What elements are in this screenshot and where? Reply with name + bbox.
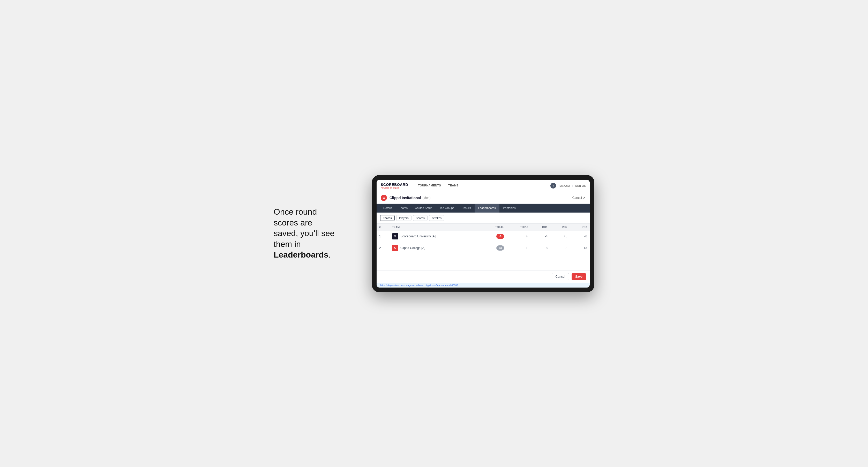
- col-rank: #: [377, 224, 390, 231]
- logo-sub: Powered by clippd: [381, 187, 408, 189]
- user-name: Test User: [558, 184, 570, 187]
- status-url: https://stage-blue-coach.stagesscoreboar…: [380, 284, 458, 286]
- rd2-2: -8: [550, 242, 570, 254]
- sub-nav: Details Teams Course Setup Tee Groups Re…: [377, 204, 590, 213]
- thru-2: F: [507, 242, 530, 254]
- col-thru: THRU: [507, 224, 530, 231]
- leaderboard-table: # TEAM TOTAL THRU RD1 RD2 RD3 1: [377, 224, 590, 254]
- col-total: TOTAL: [480, 224, 507, 231]
- team-2: C Clippd College [A]: [390, 242, 480, 254]
- tablet-device: SCOREBOARD Powered by clippd TOURNAMENTS…: [372, 175, 594, 292]
- team-1: S Scoreboard University [A]: [390, 231, 480, 242]
- user-avatar: S: [550, 183, 556, 188]
- team-logo-1: S: [392, 233, 398, 240]
- tournament-header: C Clippd Invitational (Men) Cancel ✕: [377, 192, 590, 204]
- leaderboard-table-container: # TEAM TOTAL THRU RD1 RD2 RD3 1: [377, 224, 590, 270]
- col-rd1: RD1: [530, 224, 550, 231]
- save-button[interactable]: Save: [571, 273, 586, 280]
- rank-2: 2: [377, 242, 390, 254]
- table-row: 1 S Scoreboard University [A] -5 F: [377, 231, 590, 242]
- tab-leaderboards[interactable]: Leaderboards: [475, 204, 499, 213]
- rank-1: 1: [377, 231, 390, 242]
- tab-teams[interactable]: Teams: [396, 204, 411, 213]
- tournament-icon: C: [381, 195, 387, 201]
- footer-bar: Cancel Save: [377, 270, 590, 283]
- filter-scores[interactable]: Scores: [413, 215, 428, 221]
- nav-right: S Test User | Sign out: [550, 183, 586, 188]
- rd1-2: +8: [530, 242, 550, 254]
- cancel-button[interactable]: Cancel: [552, 273, 569, 280]
- filter-players[interactable]: Players: [396, 215, 411, 221]
- top-nav: SCOREBOARD Powered by clippd TOURNAMENTS…: [377, 180, 590, 192]
- filter-bar: Teams Players Scores Strokes: [377, 213, 590, 224]
- rd3-1: -6: [570, 231, 590, 242]
- rd1-1: -4: [530, 231, 550, 242]
- filter-strokes[interactable]: Strokes: [429, 215, 444, 221]
- tablet-screen: SCOREBOARD Powered by clippd TOURNAMENTS…: [377, 180, 590, 287]
- tournament-name: Clippd Invitational: [390, 196, 421, 200]
- filter-teams[interactable]: Teams: [380, 215, 395, 221]
- intro-text: Once round scores are saved, you'll see …: [274, 207, 356, 260]
- tab-tee-groups[interactable]: Tee Groups: [436, 204, 458, 213]
- score-badge-1: -5: [496, 234, 504, 239]
- col-team: TEAM: [390, 224, 480, 231]
- cancel-top-button[interactable]: Cancel ✕: [572, 196, 586, 199]
- team-logo-2: C: [392, 245, 398, 251]
- thru-1: F: [507, 231, 530, 242]
- status-bar: https://stage-blue-coach.stagesscoreboar…: [377, 283, 590, 287]
- rd3-2: +3: [570, 242, 590, 254]
- total-2: +3: [480, 242, 507, 254]
- nav-links: TOURNAMENTS TEAMS: [414, 180, 462, 192]
- col-rd2: RD2: [550, 224, 570, 231]
- sign-out-link[interactable]: Sign out: [575, 184, 586, 187]
- tab-results[interactable]: Results: [458, 204, 475, 213]
- score-badge-2: +3: [496, 245, 504, 251]
- logo-text: SCOREBOARD: [381, 183, 408, 187]
- col-rd3: RD3: [570, 224, 590, 231]
- tab-course-setup[interactable]: Course Setup: [411, 204, 436, 213]
- nav-tournaments[interactable]: TOURNAMENTS: [414, 180, 444, 192]
- rd2-1: +5: [550, 231, 570, 242]
- tab-details[interactable]: Details: [380, 204, 396, 213]
- logo-area: SCOREBOARD Powered by clippd: [381, 183, 408, 189]
- table-row: 2 C Clippd College [A] +3 F: [377, 242, 590, 254]
- nav-teams[interactable]: TEAMS: [444, 180, 462, 192]
- total-1: -5: [480, 231, 507, 242]
- tournament-sub: (Men): [422, 196, 430, 199]
- tab-printables[interactable]: Printables: [499, 204, 519, 213]
